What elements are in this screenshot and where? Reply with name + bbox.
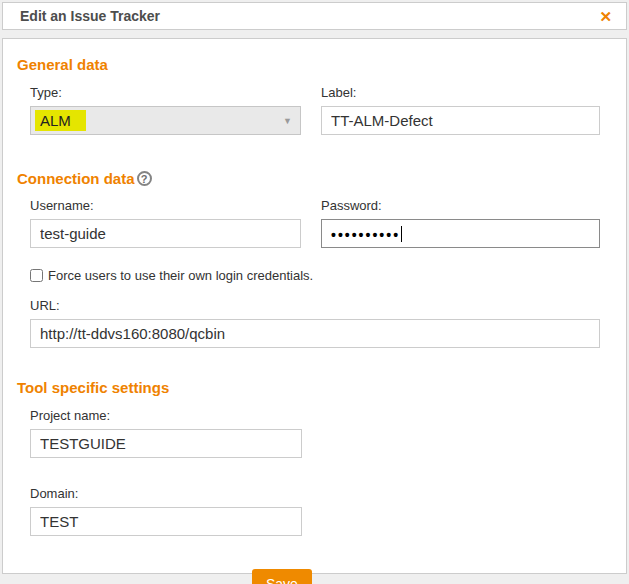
connection-data-heading: Connection data (17, 170, 135, 187)
url-label: URL: (30, 298, 600, 313)
type-select[interactable]: ALM ▼ (30, 106, 301, 135)
general-data-heading: General data (17, 56, 108, 73)
help-icon[interactable]: ? (137, 171, 152, 186)
section-general-data: General data (17, 56, 600, 73)
force-credentials-checkbox[interactable] (30, 269, 43, 282)
close-icon[interactable]: ✕ (599, 9, 612, 24)
save-button[interactable]: Save (252, 569, 312, 584)
section-connection-data: Connection data ? (17, 170, 600, 187)
dialog-titlebar: Edit an Issue Tracker ✕ (2, 2, 627, 30)
url-input[interactable] (30, 319, 600, 348)
domain-input[interactable] (30, 507, 302, 536)
type-selected-value: ALM (35, 110, 86, 131)
type-label: Type: (30, 85, 301, 100)
text-caret (401, 226, 402, 242)
project-name-label: Project name: (30, 408, 302, 423)
chevron-down-icon: ▼ (283, 116, 292, 126)
domain-label: Domain: (30, 486, 600, 501)
dialog-body: General data Type: ALM ▼ Label: Connecti… (2, 38, 627, 574)
username-label: Username: (30, 198, 301, 213)
dialog-title: Edit an Issue Tracker (20, 8, 160, 24)
label-label: Label: (321, 85, 600, 100)
username-input[interactable] (30, 219, 301, 248)
label-input[interactable] (321, 106, 600, 135)
password-label: Password: (321, 198, 600, 213)
force-credentials-label: Force users to use their own login crede… (48, 268, 313, 283)
edit-issue-tracker-dialog: Edit an Issue Tracker ✕ General data Typ… (0, 0, 629, 584)
project-name-input[interactable] (30, 429, 302, 458)
tool-specific-heading: Tool specific settings (17, 379, 169, 396)
section-tool-specific: Tool specific settings (17, 379, 600, 396)
force-credentials-checkbox-row: Force users to use their own login crede… (30, 268, 600, 283)
password-input[interactable]: •••••••••• (321, 219, 600, 248)
password-masked-value: •••••••••• (331, 227, 400, 243)
